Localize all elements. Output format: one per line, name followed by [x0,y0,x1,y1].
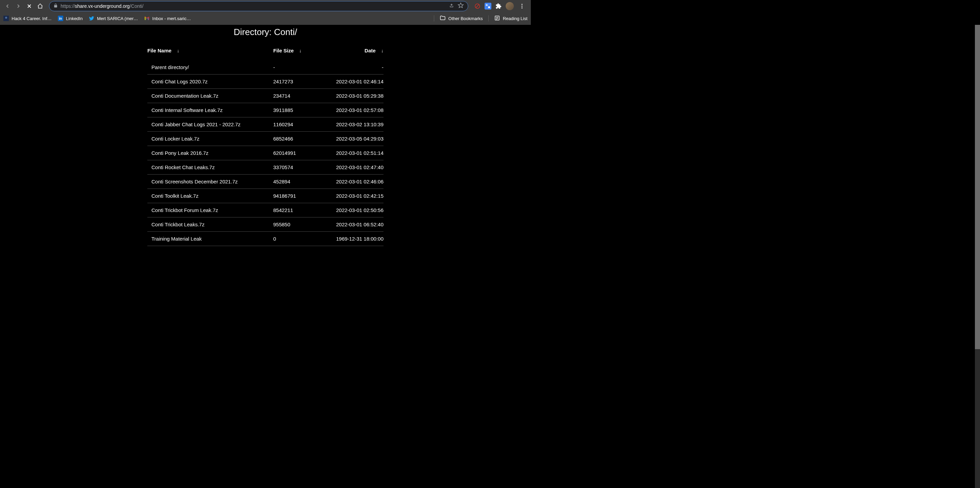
cell-filename: Conti Locker Leak.7z [147,132,273,146]
extension-block-icon[interactable] [474,2,481,10]
table-row: Conti Locker Leak.7z68524662022-03-05 04… [147,132,383,146]
header-date[interactable]: Date ↓ [321,48,383,60]
cell-filesize: 8542211 [273,203,321,218]
browser-chrome: https://share.vx-underground.org/Conti/ … [0,0,531,25]
bookmark-twitter[interactable]: Mert SARICA (mer… [89,16,138,21]
profile-avatar[interactable] [506,2,514,10]
cell-date: 2022-03-01 02:42:15 [321,189,383,203]
bookmark-icon [3,16,9,21]
divider [434,15,434,21]
extension-translate-icon[interactable]: 文 [485,3,492,10]
cell-filesize: 234714 [273,89,321,103]
address-bar[interactable]: https://share.vx-underground.org/Conti/ [49,1,468,11]
cell-filesize: 62014991 [273,146,321,160]
bookmarks-bar: Hack 4 Career. Inf… in LinkedIn Mert SAR… [0,12,531,24]
cell-filesize: 3911885 [273,103,321,118]
cell-filename: Training Material Leak [147,232,273,246]
cell-filename: Conti Toolkit Leak.7z [147,189,273,203]
home-button[interactable] [35,2,45,11]
lock-icon [53,3,58,9]
cell-date: 2022-03-01 02:47:40 [321,160,383,175]
table-row: Conti Documentation Leak.7z2347142022-03… [147,89,383,103]
table-row: Conti Jabber Chat Logs 2021 - 2022.7z116… [147,118,383,132]
back-button[interactable] [3,2,12,11]
file-link[interactable]: Conti Screenshots December 2021.7z [151,179,237,184]
cell-date: 2022-03-01 05:29:38 [321,89,383,103]
cell-date: 1969-12-31 18:00:00 [321,232,383,246]
stop-button[interactable] [24,2,34,11]
file-link[interactable]: Training Material Leak [151,236,202,242]
file-link[interactable]: Conti Chat Logs 2020.7z [151,79,208,84]
file-link[interactable]: Conti Jabber Chat Logs 2021 - 2022.7z [151,121,240,127]
cell-filesize: 3370574 [273,160,321,175]
file-table: File Name ↓ File Size ↓ Date ↓ Parent di… [147,48,383,246]
bookmark-linkedin[interactable]: in LinkedIn [58,16,83,21]
folder-icon [440,15,446,22]
page-content: Directory: Conti/ File Name ↓ File Size … [0,25,531,265]
linkedin-icon: in [58,16,63,21]
twitter-icon [89,16,94,21]
cell-filename: Conti Screenshots December 2021.7z [147,175,273,189]
table-row: Conti Screenshots December 2021.7z452894… [147,175,383,189]
svg-text:文: 文 [486,4,488,6]
cell-date: 2022-03-01 06:52:40 [321,218,383,232]
cell-filename: Conti Chat Logs 2020.7z [147,75,273,89]
cell-filesize: - [273,60,321,75]
cell-filesize: 6852466 [273,132,321,146]
bookmark-label: Inbox - mert.saric… [153,16,191,21]
sort-arrow-icon: ↓ [299,48,301,53]
cell-date: - [321,60,383,75]
header-filesize[interactable]: File Size ↓ [273,48,321,60]
other-bookmarks-label: Other Bookmarks [449,16,483,21]
bookmark-star-icon[interactable] [458,2,464,10]
sort-arrow-icon: ↓ [381,48,383,53]
extensions-icon[interactable] [495,2,502,10]
share-icon[interactable] [449,3,454,10]
cell-filename: Conti Internal Software Leak.7z [147,103,273,118]
url-text: https://share.vx-underground.org/Conti/ [60,3,446,9]
table-row: Training Material Leak01969-12-31 18:00:… [147,232,383,246]
cell-filesize: 1160294 [273,118,321,132]
menu-dots-icon[interactable] [517,2,527,11]
header-filename[interactable]: File Name ↓ [147,48,273,60]
other-bookmarks-button[interactable]: Other Bookmarks [440,15,483,22]
file-link[interactable]: Conti Trickbot Leaks.7z [151,221,205,227]
svg-point-4 [522,6,523,7]
bookmark-label: Mert SARICA (mer… [97,16,138,21]
cell-date: 2022-03-01 02:50:56 [321,203,383,218]
table-row: Conti Rocket Chat Leaks.7z33705742022-03… [147,160,383,175]
file-link[interactable]: Conti Internal Software Leak.7z [151,107,223,113]
cell-date: 2022-03-01 02:46:14 [321,75,383,89]
cell-filename: Conti Rocket Chat Leaks.7z [147,160,273,175]
svg-point-5 [522,8,523,8]
bookmark-gmail[interactable]: Inbox - mert.saric… [144,16,191,21]
reading-list-button[interactable]: Reading List [494,15,527,22]
file-link[interactable]: Conti Toolkit Leak.7z [151,193,198,199]
table-row: Conti Trickbot Leaks.7z9558502022-03-01 … [147,218,383,232]
forward-button[interactable] [14,2,23,11]
cell-date: 2022-03-01 02:57:08 [321,103,383,118]
file-link[interactable]: Conti Trickbot Forum Leak.7z [151,207,218,213]
cell-filesize: 94186791 [273,189,321,203]
file-link[interactable]: Conti Rocket Chat Leaks.7z [151,164,215,170]
file-link[interactable]: Parent directory/ [151,64,189,70]
svg-line-1 [476,5,479,8]
page-title: Directory: Conti/ [0,25,531,48]
cell-filesize: 955850 [273,218,321,232]
bookmark-label: Hack 4 Career. Inf… [11,16,52,21]
file-link[interactable]: Conti Locker Leak.7z [151,136,199,141]
table-row: Conti Pony Leak 2016.7z620149912022-03-0… [147,146,383,160]
cell-filename: Conti Documentation Leak.7z [147,89,273,103]
file-link[interactable]: Conti Pony Leak 2016.7z [151,150,208,156]
bookmark-hack4career[interactable]: Hack 4 Career. Inf… [3,16,52,21]
reading-list-icon [494,15,500,22]
table-row: Conti Trickbot Forum Leak.7z85422112022-… [147,203,383,218]
svg-point-3 [522,4,523,5]
cell-filename: Conti Trickbot Forum Leak.7z [147,203,273,218]
toolbar-right-icons: 文 [472,2,528,11]
cell-date: 2022-03-05 04:29:03 [321,132,383,146]
cell-date: 2022-03-01 02:51:14 [321,146,383,160]
file-link[interactable]: Conti Documentation Leak.7z [151,93,218,99]
table-row: Conti Toolkit Leak.7z941867912022-03-01 … [147,189,383,203]
sort-arrow-icon: ↓ [177,48,179,53]
